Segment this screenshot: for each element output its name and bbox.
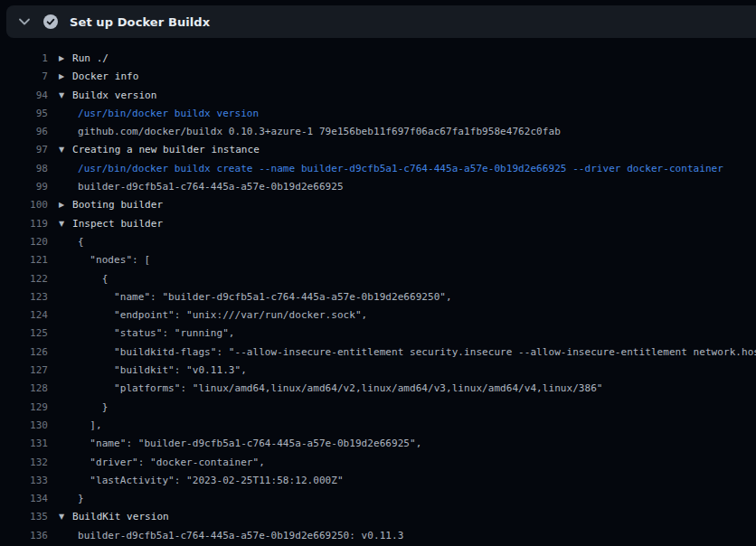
gutter-spacer (48, 454, 72, 472)
gutter-spacer (48, 362, 72, 380)
gutter-spacer (48, 251, 72, 269)
log-text: /usr/bin/docker buildx create --name bui… (72, 160, 723, 178)
line-number[interactable]: 136 (0, 527, 48, 545)
chevron-down-icon[interactable] (17, 14, 32, 29)
log-line: 132 "driver": "docker-container", (0, 454, 756, 472)
log-group-title: Run ./ (72, 50, 109, 68)
chevron-right-icon[interactable]: ▶ (48, 68, 72, 86)
gutter-spacer (48, 435, 72, 453)
line-number[interactable]: 97 (0, 141, 48, 159)
log-group-line[interactable]: 97▼Creating a new builder instance (0, 141, 756, 159)
log-text: ], (72, 417, 102, 435)
log-group-line[interactable]: 100▶Booting builder (0, 196, 756, 214)
gutter-spacer (48, 344, 72, 362)
line-number[interactable]: 122 (0, 270, 48, 288)
log-group-title: Inspect builder (72, 215, 163, 233)
gutter-spacer (48, 399, 72, 417)
log-line: 125 "status": "running", (0, 325, 756, 343)
log-line: 95/usr/bin/docker buildx version (0, 105, 756, 123)
log-group-line[interactable]: 119▼Inspect builder (0, 215, 756, 233)
line-number[interactable]: 130 (0, 417, 48, 435)
log-text: "driver": "docker-container", (72, 454, 265, 472)
log-line: 99builder-d9cfb5a1-c764-445a-a57e-0b19d2… (0, 178, 756, 196)
log-text: { (72, 270, 108, 288)
log-text: "lastActivity": "2023-02-25T11:58:12.000… (72, 472, 344, 490)
log-line: 136builder-d9cfb5a1-c764-445a-a57e-0b19d… (0, 527, 756, 545)
line-number[interactable]: 128 (0, 380, 48, 398)
line-number[interactable]: 125 (0, 325, 48, 343)
gutter-spacer (48, 472, 72, 490)
log-text: } (72, 490, 84, 508)
gutter-spacer (48, 417, 72, 435)
gutter-spacer (48, 160, 72, 178)
line-number[interactable]: 1 (0, 50, 48, 68)
log-text: "buildkit": "v0.11.3", (72, 362, 247, 380)
status-success-icon (43, 14, 58, 29)
line-number[interactable]: 133 (0, 472, 48, 490)
line-number[interactable]: 119 (0, 215, 48, 233)
line-number[interactable]: 124 (0, 306, 48, 325)
line-number[interactable]: 132 (0, 454, 48, 472)
log-line: 130 ], (0, 417, 756, 435)
gutter-spacer (48, 306, 72, 325)
gutter-spacer (48, 105, 72, 123)
gutter-spacer (48, 490, 72, 508)
log-text: "nodes": [ (72, 251, 150, 269)
log-text: builder-d9cfb5a1-c764-445a-a57e-0b19d2e6… (72, 527, 403, 545)
line-number[interactable]: 134 (0, 490, 48, 508)
gutter-spacer (48, 527, 72, 545)
line-number[interactable]: 126 (0, 344, 48, 362)
log-group-line[interactable]: 135▼BuildKit version (0, 508, 756, 526)
gutter-spacer (48, 178, 72, 196)
chevron-right-icon[interactable]: ▶ (48, 196, 72, 214)
log-group-title: Creating a new builder instance (72, 141, 260, 159)
log-group-title: BuildKit version (72, 508, 169, 526)
log-text: "platforms": "linux/amd64,linux/amd64/v2… (72, 380, 603, 398)
line-number[interactable]: 100 (0, 196, 48, 214)
line-number[interactable]: 94 (0, 87, 48, 105)
line-number[interactable]: 95 (0, 105, 48, 123)
gutter-spacer (48, 325, 72, 343)
line-number[interactable]: 135 (0, 508, 48, 526)
line-number[interactable]: 98 (0, 160, 48, 178)
log-group-line[interactable]: 1▶Run ./ (0, 50, 756, 68)
line-number[interactable]: 131 (0, 435, 48, 453)
line-number[interactable]: 129 (0, 399, 48, 417)
line-number[interactable]: 99 (0, 178, 48, 196)
log-line: 134} (0, 490, 756, 508)
chevron-down-icon[interactable]: ▼ (48, 87, 72, 105)
log-line: 127 "buildkit": "v0.11.3", (0, 362, 756, 380)
line-number[interactable]: 96 (0, 123, 48, 141)
chevron-right-icon[interactable]: ▶ (48, 50, 72, 68)
log-output: 1▶Run ./7▶Docker info94▼Buildx version95… (0, 38, 756, 546)
log-line: 121 "nodes": [ (0, 251, 756, 269)
log-text: "name": "builder-d9cfb5a1-c764-445a-a57e… (72, 288, 452, 306)
log-text: "name": "builder-d9cfb5a1-c764-445a-a57e… (72, 435, 421, 453)
log-group-title: Docker info (72, 68, 138, 86)
log-line: 126 "buildkitd-flags": "--allow-insecure… (0, 344, 756, 362)
gutter-spacer (48, 380, 72, 398)
line-number[interactable]: 7 (0, 68, 48, 86)
log-text: "endpoint": "unix:///var/run/docker.sock… (72, 306, 367, 325)
log-line: 128 "platforms": "linux/amd64,linux/amd6… (0, 380, 756, 398)
log-group-title: Booting builder (72, 196, 163, 214)
log-text: "buildkitd-flags": "--allow-insecure-ent… (72, 344, 756, 362)
log-group-line[interactable]: 7▶Docker info (0, 68, 756, 86)
log-text: { (72, 233, 84, 251)
line-number[interactable]: 121 (0, 251, 48, 269)
chevron-down-icon[interactable]: ▼ (48, 508, 72, 526)
gutter-spacer (48, 233, 72, 251)
line-number[interactable]: 123 (0, 288, 48, 306)
step-title: Set up Docker Buildx (70, 15, 210, 29)
log-text: "status": "running", (72, 325, 235, 343)
log-line: 133 "lastActivity": "2023-02-25T11:58:12… (0, 472, 756, 490)
chevron-down-icon[interactable]: ▼ (48, 141, 72, 159)
gutter-spacer (48, 123, 72, 141)
log-group-line[interactable]: 94▼Buildx version (0, 87, 756, 105)
line-number[interactable]: 127 (0, 362, 48, 380)
step-header[interactable]: Set up Docker Buildx (6, 5, 756, 38)
chevron-down-icon[interactable]: ▼ (48, 215, 72, 233)
gutter-spacer (48, 288, 72, 306)
log-text: github.com/docker/buildx 0.10.3+azure-1 … (72, 123, 561, 141)
line-number[interactable]: 120 (0, 233, 48, 251)
